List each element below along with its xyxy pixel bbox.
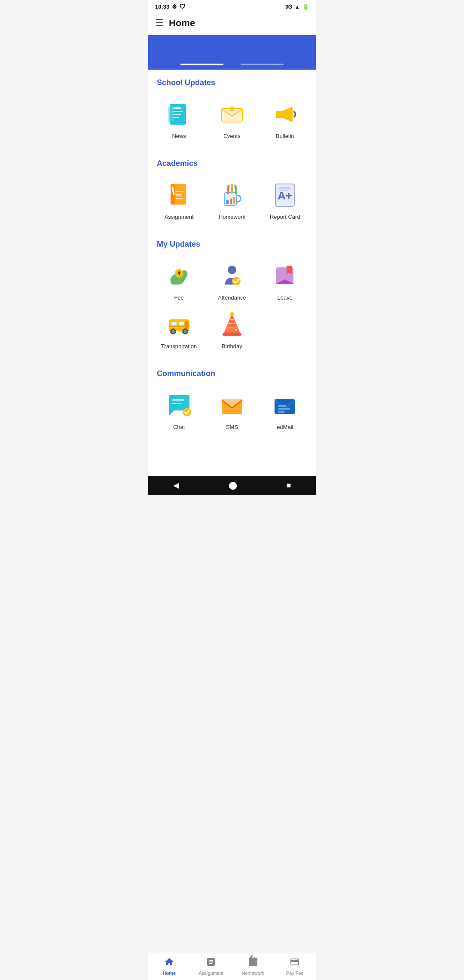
homework-icon [217,180,247,210]
status-icons: 3G ▲ 🔋 [285,4,309,10]
events-icon [217,99,247,129]
fee-item[interactable]: ₹ Fee [153,257,205,305]
homework-item[interactable]: Homework [205,176,258,224]
academics-grid: Assignment Homework [148,172,316,231]
report-card-item[interactable]: A+ Report Card [259,176,311,224]
svg-point-56 [183,408,191,416]
svg-rect-43 [169,325,189,327]
attendance-label: Attendance [218,294,246,301]
sms-icon [217,390,247,420]
svg-rect-2 [172,111,183,112]
bulletin-item[interactable]: Bulletin [259,95,311,144]
svg-rect-15 [176,194,182,196]
homework-label: Homework [219,214,245,220]
school-updates-heading: School Updates [148,70,316,92]
svg-point-41 [183,330,186,333]
academics-heading: Academics [148,150,316,172]
edmail-icon [270,390,300,420]
svg-point-39 [171,330,174,333]
leave-item[interactable]: Leave [259,257,311,305]
svg-rect-24 [233,197,235,204]
assignment-item[interactable]: Assignment [153,176,205,224]
transportation-icon [164,309,194,340]
svg-rect-5 [168,106,174,122]
bulletin-label: Bulletin [276,133,294,139]
svg-point-53 [235,329,237,331]
edmail-label: edMail [277,424,293,430]
banner-tab-1[interactable] [180,64,223,65]
svg-rect-29 [279,190,287,191]
status-time: 10:33 ⚙ 🛡 [155,3,185,10]
shield-icon: 🛡 [180,3,185,10]
system-nav-bar: ◀ ⬤ ■ [148,476,316,495]
news-item[interactable]: News [153,95,205,144]
school-updates-grid: News Events [148,92,316,150]
svg-marker-9 [276,111,282,118]
banner [148,35,316,70]
svg-point-52 [232,330,234,331]
svg-rect-62 [278,411,285,413]
svg-rect-60 [278,405,287,407]
svg-rect-14 [176,191,183,192]
edmail-item[interactable]: edMail [259,386,311,435]
home-button[interactable]: ⬤ [229,481,237,490]
svg-rect-6 [222,108,242,122]
svg-point-32 [228,266,236,274]
svg-point-49 [230,312,234,316]
chat-label: Chat [173,424,185,430]
news-label: News [172,133,186,139]
birthday-label: Birthday [222,343,242,349]
svg-point-51 [227,329,229,331]
banner-tab-2[interactable] [241,64,284,65]
svg-line-21 [235,186,236,193]
my-updates-grid: ₹ Fee Attendance [148,253,316,361]
settings-icon: ⚙ [172,3,177,10]
signal-icon: ▲ [295,4,300,10]
svg-rect-61 [278,408,290,410]
transportation-item[interactable]: Transportation [153,305,205,354]
svg-line-19 [228,186,229,193]
svg-rect-16 [176,198,183,199]
svg-rect-42 [185,321,188,329]
fee-label: Fee [174,294,183,301]
svg-text:₹: ₹ [177,271,181,277]
svg-rect-55 [172,403,181,404]
recents-button[interactable]: ■ [287,481,291,490]
menu-button[interactable]: ☰ [155,18,164,29]
my-updates-heading: My Updates [148,231,316,253]
svg-rect-23 [230,199,232,204]
svg-rect-28 [279,187,291,189]
status-bar: 10:33 ⚙ 🛡 3G ▲ 🔋 [148,0,316,13]
chat-item[interactable]: Chat [153,386,205,435]
news-icon [164,99,194,129]
communication-heading: Communication [148,361,316,383]
birthday-icon [217,309,247,340]
page-title: Home [169,18,195,29]
assignment-icon [164,180,194,210]
sms-item[interactable]: SMS [205,386,258,435]
leave-label: Leave [278,294,293,301]
main-content: School Updates News [148,70,316,476]
app-header: ☰ Home [148,13,316,35]
assignment-label: Assignment [165,214,194,220]
svg-rect-50 [223,333,241,336]
chat-icon [164,390,194,420]
transportation-label: Transportation [161,343,197,349]
svg-rect-22 [226,200,229,204]
leave-icon [270,261,300,291]
svg-rect-54 [172,399,184,401]
events-item[interactable]: Events [205,95,258,144]
communication-grid: Chat SMS [148,383,316,441]
attendance-icon [217,261,247,291]
sms-label: SMS [226,424,238,430]
birthday-item[interactable]: Birthday [205,305,258,354]
events-label: Events [223,133,241,139]
battery-icon: 🔋 [302,4,309,10]
attendance-item[interactable]: Attendance [205,257,258,305]
report-card-label: Report Card [270,214,300,220]
fee-icon: ₹ [164,261,194,291]
bulletin-icon [270,99,300,129]
back-button[interactable]: ◀ [173,481,179,490]
report-card-icon: A+ [270,180,300,210]
